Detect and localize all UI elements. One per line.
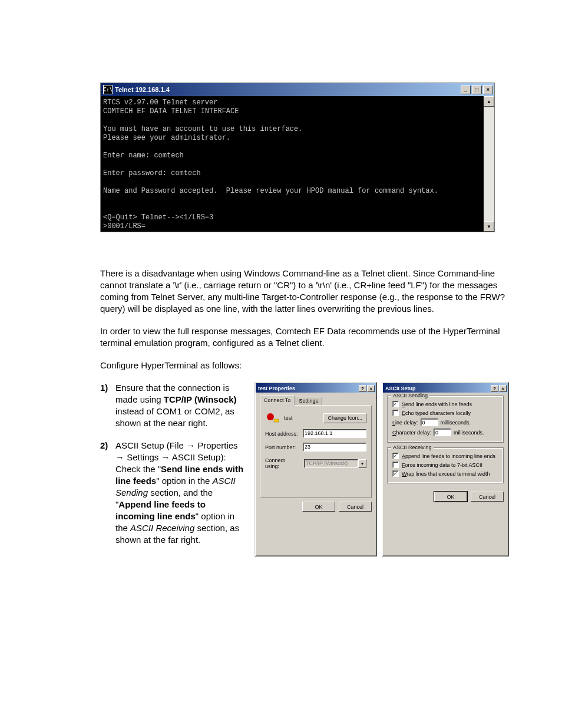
port-number-input[interactable]: 23 (303, 443, 366, 452)
step-1-text-c: instead of COM1 or COM2, as shown at the… (115, 406, 234, 428)
step-2-number: 2) (100, 440, 115, 546)
line-delay-unit: milliseconds. (441, 420, 471, 426)
echo-checkbox[interactable] (392, 410, 399, 416)
wrap-lines-label: Wrap lines that exceed terminal width (402, 471, 490, 477)
paragraph-3: Configure HyperTerminal as follows: (100, 360, 509, 371)
wrap-lines-checkbox[interactable]: ✓ (392, 470, 399, 477)
line-delay-input[interactable]: 0 (421, 419, 438, 426)
char-delay-unit: milliseconds. (454, 430, 484, 436)
char-delay-input[interactable]: 0 (434, 429, 451, 436)
connect-using-select[interactable]: TCP/IP (Winsock) (304, 459, 358, 468)
send-line-ends-label: SSend line ends with line feedsend line … (402, 401, 472, 407)
properties-title: test Properties (258, 386, 295, 391)
cmd-icon: C:\ (103, 85, 113, 94)
ascii-receiving-group: ASCII Receiving ✓ Append line feeds to i… (387, 447, 504, 483)
svg-rect-1 (274, 419, 279, 422)
ascii-receiving-legend: ASCII Receiving (391, 444, 434, 450)
close-button[interactable]: × (499, 385, 507, 392)
echo-label: Echo typed characters locally (402, 410, 471, 416)
step-1: 1) Ensure that the connection is made us… (100, 382, 246, 429)
help-button[interactable]: ? (359, 385, 366, 392)
connection-icon (265, 411, 280, 424)
ascii-titlebar: ASCII Setup ? × (383, 383, 508, 393)
tab-connect-to[interactable]: Connect To (260, 396, 295, 406)
step-2-text-f: Append line feeds to incoming line ends (115, 499, 206, 521)
change-icon-button[interactable]: Change Icon... (323, 413, 366, 423)
close-button[interactable]: × (367, 385, 375, 392)
send-line-ends-checkbox[interactable]: ✓ (392, 401, 399, 407)
paragraph-1: There is a disadvantage when using Windo… (100, 268, 509, 315)
step-2: 2) ASCII Setup (File → Properties → Sett… (100, 440, 246, 546)
ok-button[interactable]: OK (434, 492, 467, 502)
ascii-sending-legend: ASCII Sending (391, 393, 429, 398)
force-7bit-label: Force incoming data to 7-bit ASCII (402, 462, 482, 468)
help-button[interactable]: ? (491, 385, 498, 392)
scroll-up-icon[interactable]: ▲ (484, 96, 494, 107)
minimize-button[interactable]: _ (461, 85, 471, 94)
scroll-track[interactable] (484, 107, 494, 221)
tab-settings[interactable]: Settings (295, 397, 322, 406)
scrollbar[interactable]: ▲ ▼ (484, 96, 494, 232)
scroll-down-icon[interactable]: ▼ (484, 221, 494, 232)
step-2-text-h: ASCII Receiving (130, 523, 194, 533)
step-2-text-c: " option in the (156, 476, 212, 486)
telnet-title: Telnet 192.168.1.4 (115, 86, 459, 93)
maximize-button[interactable]: □ (472, 85, 482, 94)
paragraph-2: In order to view the full response messa… (100, 325, 509, 349)
telnet-output: RTCS v2.97.00 Telnet server COMTECH EF D… (101, 96, 484, 232)
telnet-window: C:\ Telnet 192.168.1.4 _ □ × RTCS v2.97.… (100, 83, 495, 232)
tab-panel: test Change Icon... Host address: 192.16… (260, 405, 372, 498)
host-address-label: Host address: (265, 431, 299, 437)
port-number-label: Port number: (265, 444, 299, 450)
append-lf-checkbox[interactable]: ✓ (392, 453, 399, 459)
force-7bit-checkbox[interactable] (392, 462, 399, 468)
ok-button[interactable]: OK (302, 502, 335, 512)
ascii-title: ASCII Setup (385, 386, 416, 391)
cancel-button[interactable]: Cancel (471, 492, 504, 502)
properties-titlebar: test Properties ? × (256, 383, 376, 393)
ascii-sending-group: ASCII Sending ✓ SSend line ends with lin… (387, 396, 504, 443)
chevron-down-icon[interactable]: ▼ (358, 459, 366, 468)
ascii-setup-dialog: ASCII Setup ? × ASCII Sending ✓ SSend li… (382, 382, 509, 556)
cancel-button[interactable]: Cancel (339, 502, 372, 512)
properties-dialog: test Properties ? × Connect To Settings (254, 382, 377, 556)
char-delay-label: Character delay: (392, 430, 431, 436)
append-lf-label: Append line feeds to incoming line ends (402, 453, 495, 459)
close-button[interactable]: × (483, 85, 493, 94)
svg-point-0 (267, 413, 274, 420)
connect-using-label: Connect using: (265, 457, 300, 469)
step-1-text-b: TCP/IP (Winsock) (164, 394, 237, 404)
host-address-input[interactable]: 192.168.1.1 (303, 429, 366, 438)
connection-name: test (284, 415, 320, 421)
telnet-titlebar: C:\ Telnet 192.168.1.4 _ □ × (101, 83, 494, 96)
line-delay-label: Line delay: (392, 420, 418, 426)
step-1-number: 1) (100, 382, 115, 429)
